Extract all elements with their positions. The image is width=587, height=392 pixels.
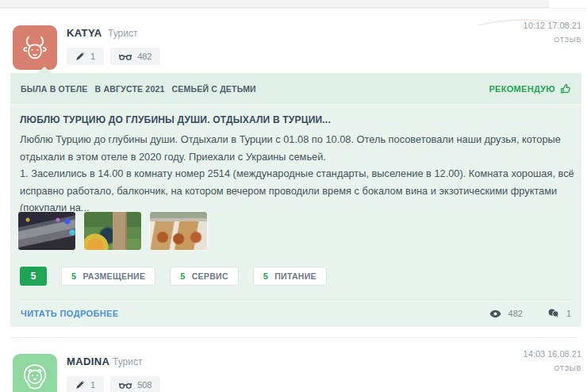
reviews-page: TOP Hotels ФОТО ТУРИСТА KATYA Турист [0,0,587,392]
user-views-count: 482 [137,52,152,61]
user-reviews-count: 1 [90,380,95,390]
review-datetime: 10:12 17.08.21 [524,21,581,30]
user-views-chip[interactable]: 482 [110,48,160,65]
thumbs-up-icon [560,83,571,94]
review-card-footer: ЧИТАТЬ ПОДРОБНЕЕ 482 1 [10,300,581,327]
review-body-text: Люблю Турцию до глубины души. Отдыхали в… [20,131,575,217]
rating-chip-food: 5 ПИТАНИЕ [253,267,327,286]
rating-label: ПИТАНИЕ [274,271,317,281]
pencil-icon [75,52,85,61]
review-title[interactable]: ЛЮБЛЮ ТУРЦИЮ ДО ГЛУБИНЫ ДУШИ. ОТДЫХАЛИ В… [20,114,575,125]
overall-rating-badge: 5 [20,267,47,286]
user-views-count: 508 [137,380,152,390]
user-views-chip[interactable]: 508 [110,376,160,392]
review-photos [17,211,208,251]
avatar[interactable] [13,354,57,392]
rating-score: 5 [71,271,76,281]
stay-tag: БЫЛА В ОТЕЛЕ [21,84,88,94]
review-photo-bowling[interactable] [17,211,76,251]
comments-count: 1 [566,309,571,318]
avatar[interactable] [13,25,57,70]
user-reviews-chip[interactable]: 1 [67,48,104,65]
eye-icon [489,309,501,318]
rating-score: 5 [180,271,185,281]
rating-chip-accommodation: 5 РАЗМЕЩЕНИЕ [61,267,155,286]
glasses-icon [119,52,132,61]
review-photo-buffet[interactable] [149,211,208,251]
card-notch [37,67,52,73]
review-card-header: БЫЛА В ОТЕЛЕ В АВГУСТЕ 2021 СЕМЬЕЙ С ДЕТ… [10,73,581,105]
user-role: Турист [113,356,142,367]
review-card: БЫЛА В ОТЕЛЕ В АВГУСТЕ 2021 СЕМЬЕЙ С ДЕТ… [10,73,581,327]
read-more-link[interactable]: ЧИТАТЬ ПОДРОБНЕЕ [21,309,119,318]
recommend-label: РЕКОМЕНДУЮ [489,84,555,94]
rating-chip-service: 5 СЕРВИС [170,267,239,286]
period-tag: В АВГУСТЕ 2021 [95,84,165,94]
goat-icon [18,31,52,64]
review-2-user-header: MADINA Турист 1 508 14:03 16.08.21 отзыв [0,354,587,392]
review-photo-garden[interactable] [83,211,142,251]
username[interactable]: MADINA [67,355,109,367]
rating-label: СЕРВИС [192,271,228,281]
review-1-user-header: KATYA Турист 1 482 10:12 17.08.21 отзыв [0,25,587,73]
recommend-badge: РЕКОМЕНДУЮ [489,83,571,94]
rating-score: 5 [263,271,268,281]
username[interactable]: KATYA [67,27,102,39]
company-tag: СЕМЬЕЙ С ДЕТЬМИ [172,84,256,94]
pencil-icon [75,380,85,390]
user-reviews-chip[interactable]: 1 [67,376,104,392]
review-type-label: отзыв [524,36,581,44]
top-scroll-strip [0,0,549,8]
comments-icon [548,309,559,318]
rating-label: РАЗМЕЩЕНИЕ [82,271,145,281]
reviews-separator [11,337,576,338]
review-datetime: 14:03 16.08.21 [524,349,581,359]
views-count: 482 [508,309,523,318]
top-divider [0,8,587,9]
user-reviews-count: 1 [90,52,95,61]
user-role: Турист [108,28,137,39]
glasses-icon [119,381,132,390]
lion-icon [18,359,52,392]
review-type-label: отзыв [524,364,581,372]
rating-badges-row: 5 5 РАЗМЕЩЕНИЕ 5 СЕРВИС 5 ПИТАНИЕ [20,267,327,286]
